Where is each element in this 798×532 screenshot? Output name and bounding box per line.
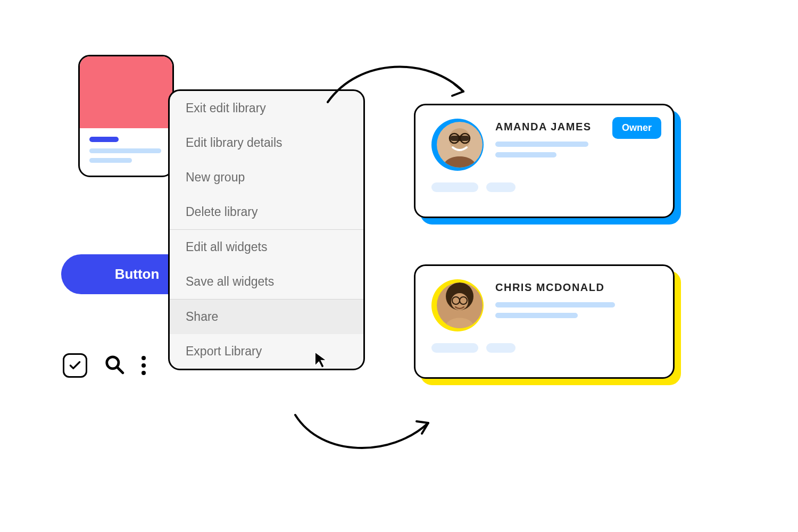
placeholder-line bbox=[89, 148, 161, 153]
placeholder-pill bbox=[486, 343, 516, 353]
placeholder-pill bbox=[431, 182, 478, 192]
avatar bbox=[437, 122, 483, 168]
checkbox-icon[interactable] bbox=[63, 353, 87, 378]
svg-line-1 bbox=[118, 368, 123, 373]
placeholder-line bbox=[89, 137, 119, 142]
search-icon[interactable] bbox=[104, 354, 124, 377]
owner-badge: Owner bbox=[612, 117, 661, 139]
toolbar bbox=[63, 353, 146, 378]
placeholder-pill bbox=[431, 343, 478, 353]
arrow-icon bbox=[290, 404, 439, 463]
context-menu: Exit edit library Edit library details N… bbox=[168, 89, 365, 370]
placeholder-line bbox=[89, 158, 132, 163]
menu-item-export-library[interactable]: Export Library bbox=[170, 334, 363, 369]
widget-card-preview bbox=[78, 55, 174, 177]
menu-item-edit-all-widgets[interactable]: Edit all widgets bbox=[170, 230, 363, 264]
cursor-icon bbox=[313, 351, 331, 371]
menu-item-delete-library[interactable]: Delete library bbox=[170, 195, 363, 229]
card-thumbnail bbox=[80, 56, 172, 128]
placeholder-line bbox=[495, 142, 588, 147]
placeholder-line bbox=[495, 302, 615, 307]
button-label: Button bbox=[115, 266, 160, 282]
placeholder-pill bbox=[486, 182, 516, 192]
menu-item-new-group[interactable]: New group bbox=[170, 160, 363, 195]
placeholder-line bbox=[495, 313, 578, 318]
menu-item-edit-details[interactable]: Edit library details bbox=[170, 126, 363, 160]
user-card: CHRIS MCDONALD bbox=[414, 264, 675, 379]
avatar bbox=[437, 282, 483, 328]
user-name: CHRIS MCDONALD bbox=[495, 281, 657, 294]
menu-item-save-all-widgets[interactable]: Save all widgets bbox=[170, 264, 363, 299]
user-card: Owner AMANDA JAMES bbox=[414, 104, 675, 218]
more-vertical-icon[interactable] bbox=[142, 356, 146, 375]
placeholder-line bbox=[495, 152, 556, 157]
menu-item-share[interactable]: Share bbox=[170, 300, 363, 334]
